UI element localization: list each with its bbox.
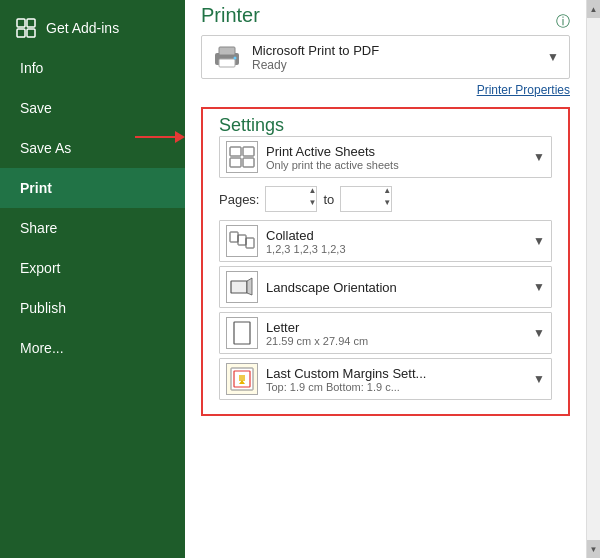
sidebar-item-publish[interactable]: Publish	[0, 288, 185, 328]
svg-marker-16	[247, 278, 252, 295]
pages-row: Pages: ▲ ▼ to ▲ ▼	[219, 182, 552, 216]
collated-icon	[226, 225, 258, 257]
scroll-up-button[interactable]: ▲	[587, 0, 601, 18]
sidebar-item-label: Export	[20, 260, 60, 276]
orientation-icon	[226, 271, 258, 303]
print-active-sheets-row[interactable]: Print Active Sheets Only print the activ…	[219, 136, 552, 178]
sidebar: Get Add-ins Info Save Save As Print Shar…	[0, 0, 185, 558]
printer-properties-link[interactable]: Printer Properties	[201, 83, 570, 97]
settings-section-title: Settings	[219, 115, 284, 135]
scrollbar[interactable]: ▲ ▼	[586, 0, 600, 558]
print-active-sheets-arrow: ▼	[533, 150, 545, 164]
printer-section-title: Printer	[201, 4, 260, 27]
svg-rect-5	[219, 47, 235, 55]
sidebar-item-share[interactable]: Share	[0, 208, 185, 248]
print-active-sheets-text: Print Active Sheets Only print the activ…	[266, 144, 525, 171]
collated-row[interactable]: Collated 1,2,3 1,2,3 1,2,3 ▼	[219, 220, 552, 262]
orientation-row[interactable]: Landscape Orientation ▼	[219, 266, 552, 308]
orientation-arrow: ▼	[533, 280, 545, 294]
paper-size-main: Letter	[266, 320, 525, 335]
margins-text: Last Custom Margins Sett... Top: 1.9 cm …	[266, 366, 525, 393]
paper-size-row[interactable]: Letter 21.59 cm x 27.94 cm ▼	[219, 312, 552, 354]
collated-arrow: ▼	[533, 234, 545, 248]
scroll-track	[587, 18, 600, 540]
printer-status: Ready	[252, 58, 537, 72]
printer-dropdown-arrow: ▼	[547, 50, 559, 64]
svg-rect-2	[17, 29, 25, 37]
svg-rect-8	[230, 147, 241, 156]
pages-from-input[interactable]	[266, 188, 310, 210]
printer-info: Microsoft Print to PDF Ready	[252, 43, 537, 72]
svg-rect-10	[230, 158, 241, 167]
scroll-down-button[interactable]: ▼	[587, 540, 601, 558]
settings-section: Settings Print Active Sheets Only prin	[201, 107, 570, 416]
sidebar-item-label: Get Add-ins	[46, 20, 119, 36]
margins-icon	[226, 363, 258, 395]
printer-icon	[212, 42, 242, 72]
printer-section: Printer ⓘ Microsoft Print to PDF Ready ▼	[185, 0, 586, 107]
pages-to-label: to	[323, 192, 334, 207]
arrow-pointer	[135, 131, 185, 143]
pages-to-input[interactable]	[341, 188, 385, 210]
add-ins-icon	[16, 18, 36, 38]
paper-size-sub: 21.59 cm x 27.94 cm	[266, 335, 525, 347]
sidebar-item-info[interactable]: Info	[0, 48, 185, 88]
print-active-sheets-sub: Only print the active sheets	[266, 159, 525, 171]
sidebar-item-export[interactable]: Export	[0, 248, 185, 288]
orientation-text: Landscape Orientation	[266, 280, 525, 295]
sidebar-item-label: More...	[20, 340, 64, 356]
svg-rect-11	[243, 158, 254, 167]
svg-rect-15	[231, 281, 247, 293]
paper-size-arrow: ▼	[533, 326, 545, 340]
orientation-main: Landscape Orientation	[266, 280, 525, 295]
paper-size-text: Letter 21.59 cm x 27.94 cm	[266, 320, 525, 347]
sidebar-item-label: Print	[20, 180, 52, 196]
arrow-head	[175, 131, 185, 143]
svg-rect-6	[219, 59, 235, 67]
svg-rect-0	[17, 19, 25, 27]
collated-main: Collated	[266, 228, 525, 243]
sidebar-item-label: Save As	[20, 140, 71, 156]
sidebar-item-label: Share	[20, 220, 57, 236]
collated-text: Collated 1,2,3 1,2,3 1,2,3	[266, 228, 525, 255]
collated-sub: 1,2,3 1,2,3 1,2,3	[266, 243, 525, 255]
svg-rect-12	[230, 232, 238, 242]
pages-label: Pages:	[219, 192, 259, 207]
svg-point-7	[234, 57, 237, 60]
arrow-line	[135, 136, 175, 138]
svg-rect-21	[239, 375, 245, 381]
sidebar-item-more[interactable]: More...	[0, 328, 185, 368]
printer-dropdown[interactable]: Microsoft Print to PDF Ready ▼	[201, 35, 570, 79]
svg-rect-9	[243, 147, 254, 156]
svg-rect-13	[238, 235, 246, 245]
margins-main: Last Custom Margins Sett...	[266, 366, 525, 381]
info-icon[interactable]: ⓘ	[556, 13, 570, 31]
sidebar-item-label: Publish	[20, 300, 66, 316]
margins-arrow: ▼	[533, 372, 545, 386]
margins-row[interactable]: Last Custom Margins Sett... Top: 1.9 cm …	[219, 358, 552, 400]
printer-name: Microsoft Print to PDF	[252, 43, 537, 58]
sidebar-item-print[interactable]: Print	[0, 168, 185, 208]
sidebar-item-get-add-ins[interactable]: Get Add-ins	[0, 8, 185, 48]
margins-sub: Top: 1.9 cm Bottom: 1.9 c...	[266, 381, 525, 393]
paper-size-icon	[226, 317, 258, 349]
print-sheets-icon	[226, 141, 258, 173]
print-active-sheets-main: Print Active Sheets	[266, 144, 525, 159]
sidebar-item-label: Save	[20, 100, 52, 116]
svg-rect-3	[27, 29, 35, 37]
svg-rect-14	[246, 238, 254, 248]
svg-rect-17	[234, 322, 250, 344]
sidebar-item-label: Info	[20, 60, 43, 76]
svg-rect-1	[27, 19, 35, 27]
sidebar-item-save[interactable]: Save	[0, 88, 185, 128]
settings-wrapper: Settings Print Active Sheets Only prin	[193, 107, 578, 416]
